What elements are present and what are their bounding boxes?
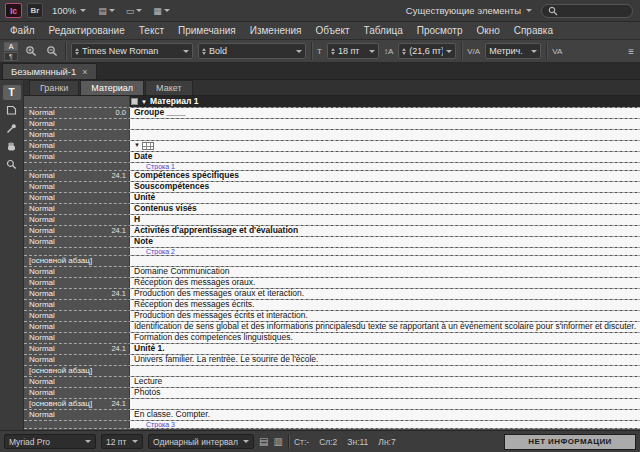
- galley-text[interactable]: Note: [130, 237, 640, 247]
- stepper-icon[interactable]: [402, 48, 406, 55]
- galley-row[interactable]: Normal24.1Production des messages oraux …: [24, 289, 640, 300]
- kerning-select[interactable]: Метрич.: [485, 43, 541, 59]
- galley-row[interactable]: NormalIdentification de sens global et d…: [24, 322, 640, 333]
- stepper-icon[interactable]: [202, 48, 206, 55]
- galley-row[interactable]: NormalRéception des messages oraux.: [24, 278, 640, 289]
- stepper-down-icon[interactable]: [331, 52, 335, 55]
- galley-row[interactable]: Normal▼: [24, 141, 640, 152]
- panel-menu-icon[interactable]: ≡: [628, 46, 636, 57]
- stepper-down-icon[interactable]: [75, 52, 79, 55]
- zoom-in-icon[interactable]: [23, 43, 39, 59]
- galley-row[interactable]: [основной абзац]24.1: [24, 399, 640, 410]
- galley-text[interactable]: Production des messages écrits et intera…: [130, 311, 640, 321]
- display-spacing-select[interactable]: Одинарный интервал: [148, 434, 254, 449]
- paragraph-formatting-toggle[interactable]: ¶: [4, 52, 18, 61]
- menu-item[interactable]: Текст: [132, 22, 171, 39]
- galley-text[interactable]: Identification de sens global et des inf…: [130, 322, 640, 332]
- menu-item[interactable]: Примечания: [171, 22, 243, 39]
- galley-row[interactable]: Normal24.1Unité 1.: [24, 344, 640, 355]
- stepper-down-icon[interactable]: [402, 52, 406, 55]
- galley-row[interactable]: NormalDomaine Communication: [24, 267, 640, 278]
- stepper-up-icon[interactable]: [331, 48, 335, 51]
- galley-row[interactable]: NormalFormation des competences linguist…: [24, 333, 640, 344]
- stepper-icon[interactable]: [331, 48, 335, 55]
- galley-row[interactable]: NormalPhotos: [24, 388, 640, 399]
- galley-text[interactable]: Compétences spécifiques: [130, 171, 640, 181]
- galley-row[interactable]: [основной абзац]: [24, 256, 640, 267]
- galley-row[interactable]: [основной абзац]: [24, 366, 640, 377]
- menu-item[interactable]: Окно: [469, 22, 506, 39]
- galley-text[interactable]: Date: [130, 152, 640, 162]
- menu-item[interactable]: Редактирование: [42, 22, 132, 39]
- leading-input[interactable]: (21,6 пт): [398, 43, 456, 59]
- galley-text[interactable]: Unité: [130, 193, 640, 203]
- galley-text[interactable]: Univers familier. La rentrée. Le sourire…: [130, 355, 640, 365]
- arrange-documents-icon[interactable]: ▦: [150, 6, 173, 16]
- display-size-select[interactable]: 12 пт: [101, 434, 143, 449]
- view-tab[interactable]: Макет: [145, 80, 192, 95]
- galley-row[interactable]: NormalRéception des messages écrits.: [24, 300, 640, 311]
- galley-row[interactable]: NormalSouscompétences: [24, 182, 640, 193]
- close-icon[interactable]: ×: [82, 67, 87, 77]
- menu-item[interactable]: Таблица: [357, 22, 410, 39]
- hand-tool[interactable]: [3, 139, 21, 154]
- galley-row[interactable]: NormalNote: [24, 237, 640, 248]
- galley-text[interactable]: Строка 2: [130, 248, 640, 255]
- galley-text[interactable]: En classe. Compter.: [130, 410, 640, 420]
- story-handle-icon[interactable]: [131, 98, 138, 105]
- galley-text[interactable]: Contenus visés: [130, 204, 640, 214]
- workspace-switcher[interactable]: Существующие элементы: [402, 5, 536, 16]
- screen-mode-icon[interactable]: ▭: [123, 6, 146, 16]
- galley-text[interactable]: [130, 256, 640, 266]
- type-tool[interactable]: T: [3, 85, 21, 100]
- table-collapse-icon[interactable]: ▼: [134, 142, 140, 148]
- galley-row[interactable]: NormalH: [24, 215, 640, 226]
- galley-text[interactable]: Domaine Communication: [130, 267, 640, 277]
- view-tab[interactable]: Гранки: [29, 80, 79, 95]
- view-options-icon[interactable]: ▤: [95, 6, 118, 16]
- stepper-up-icon[interactable]: [202, 48, 206, 51]
- story-page-icon[interactable]: ▥: [273, 437, 282, 447]
- galley-text[interactable]: ▼: [130, 141, 640, 151]
- menu-item[interactable]: Объект: [309, 22, 357, 39]
- galley-row[interactable]: Строка 2: [24, 248, 640, 256]
- stepper-up-icon[interactable]: [402, 48, 406, 51]
- galley-row[interactable]: Normal: [24, 130, 640, 141]
- stepper-icon[interactable]: [75, 48, 79, 55]
- search-input[interactable]: [561, 5, 626, 17]
- galley-page-icon[interactable]: ▤: [259, 437, 268, 447]
- galley-row[interactable]: Normal24.1Compétences spécifiques: [24, 171, 640, 182]
- galley-text[interactable]: [130, 366, 640, 376]
- galley-text[interactable]: Строка 1: [130, 163, 640, 170]
- menu-item[interactable]: Просмотр: [410, 22, 470, 39]
- zoom-out-icon[interactable]: [44, 43, 60, 59]
- view-tab[interactable]: Материал: [80, 80, 144, 95]
- search-box[interactable]: [541, 4, 633, 18]
- galley-text[interactable]: Production des messages oraux et iteract…: [130, 289, 640, 299]
- galley-row[interactable]: NormalUnité: [24, 193, 640, 204]
- document-tab[interactable]: Безымянный-1 ×: [2, 63, 97, 79]
- stepper-down-icon[interactable]: [202, 52, 206, 55]
- galley-text[interactable]: Groupe ____: [130, 108, 640, 118]
- menu-item[interactable]: Справка: [507, 22, 560, 39]
- galley-text[interactable]: Formation des competences linguistiques.: [130, 333, 640, 343]
- galley-row[interactable]: NormalContenus visés: [24, 204, 640, 215]
- galley-text[interactable]: [130, 399, 640, 409]
- galley-text[interactable]: Photos: [130, 388, 640, 398]
- galley-text[interactable]: Réception des messages oraux.: [130, 278, 640, 288]
- galley-row[interactable]: Normal24.1Activités d'apprentissage et d…: [24, 226, 640, 237]
- galley-row[interactable]: Normal: [24, 119, 640, 130]
- menu-item[interactable]: Изменения: [243, 22, 309, 39]
- note-tool[interactable]: [3, 103, 21, 118]
- table-icon[interactable]: [142, 142, 154, 150]
- galley-text[interactable]: [130, 119, 640, 129]
- font-size-input[interactable]: 18 пт: [327, 43, 379, 59]
- galley-text[interactable]: Activités d'apprentissage et d'évaluatio…: [130, 226, 640, 236]
- galley-text[interactable]: [130, 130, 640, 140]
- galley-row[interactable]: NormalEn classe. Compter.: [24, 410, 640, 421]
- galley-text[interactable]: Lecture: [130, 377, 640, 387]
- eyedropper-tool[interactable]: [3, 121, 21, 136]
- menu-item[interactable]: Файл: [3, 22, 42, 39]
- galley-row[interactable]: NormalProduction des messages écrits et …: [24, 311, 640, 322]
- galley-row[interactable]: NormalLecture: [24, 377, 640, 388]
